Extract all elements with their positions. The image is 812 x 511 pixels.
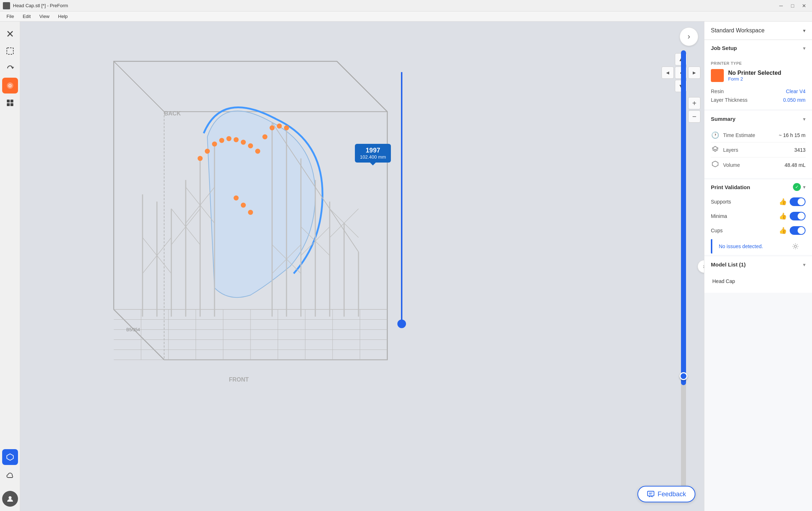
layer-slider-thumb[interactable] [680,372,687,380]
cups-controls: 👍 [779,226,806,235]
printer-name: No Printer Selected [728,70,781,76]
time-estimate-row: 🕐 Time Estimate ~ 16 h 15 m [711,128,806,142]
layer-slider-container [681,50,686,497]
layers-left: Layers [711,145,738,154]
svg-point-66 [262,134,267,140]
svg-point-62 [234,137,239,142]
list-item[interactable]: Head Cap [711,275,806,287]
layer-slider-fill [681,50,686,385]
job-setup-header[interactable]: Job Setup ▾ [704,40,812,56]
minima-label: Minima [711,213,727,219]
svg-point-63 [241,140,246,145]
select-tool-button[interactable] [2,26,18,42]
volume-left: Volume [711,160,740,169]
supports-label: Supports [711,199,731,205]
viewport-top-controls: › [680,27,698,46]
rotate-tool-button[interactable] [2,60,18,76]
window-title: Head Cap.stl [*] - PreForm [13,3,68,8]
workspace-header[interactable]: Standard Workspace ▾ [704,22,812,40]
clock-icon: 🕐 [711,131,719,139]
svg-point-59 [212,142,217,147]
validation-chevron-icon: ▾ [803,184,806,190]
nav-left-button[interactable]: ◄ [662,67,674,79]
menu-file[interactable]: File [3,12,18,20]
close-button[interactable]: ✕ [799,2,809,10]
svg-text:B5/354: B5/354 [126,327,140,332]
left-toolbar: ⚙ [0,22,20,511]
check-circle-icon: ✓ [793,183,801,191]
supports-controls: 👍 [779,197,806,206]
resin-row: Resin Clear V4 [711,87,806,96]
measurement-unit: 102.400 mm [360,154,386,160]
title-bar: Head Cap.stl [*] - PreForm ─ □ ✕ [0,0,812,12]
layer-thickness-value[interactable]: 0.050 mm [783,97,806,103]
layer-thickness-row: Layer Thickness 0.050 mm [711,96,806,104]
rect-select-tool-button[interactable] [2,43,18,59]
model-list-content: Head Cap [704,273,812,293]
layers-icon [711,145,719,154]
summary-section: Summary ▾ 🕐 Time Estimate ~ 16 h 15 m [704,111,812,178]
supports-tool-button[interactable]: ⚙ [2,78,18,93]
3d-view-button[interactable] [2,449,18,465]
summary-header[interactable]: Summary ▾ [704,111,812,127]
printer-row[interactable]: No Printer Selected Form 2 [711,69,806,82]
model-list-chevron-icon: ▾ [803,262,806,268]
minima-thumbup-icon: 👍 [779,212,787,220]
expand-viewport-button[interactable]: › [680,27,698,46]
summary-content: 🕐 Time Estimate ~ 16 h 15 m Layers [704,127,812,178]
printer-model: Form 2 [728,76,781,82]
svg-point-81 [794,245,797,247]
user-avatar-button[interactable] [2,491,18,507]
workspace-title: Standard Workspace [711,27,764,34]
cups-label: Cups [711,228,723,233]
menu-help[interactable]: Help [54,12,71,20]
resin-value[interactable]: Clear V4 [786,88,806,94]
title-bar-left: Head Cap.stl [*] - PreForm [3,2,68,9]
time-estimate-label: Time Estimate [723,132,755,138]
settings-icon[interactable] [792,243,799,250]
supports-row: Supports 👍 [704,195,812,209]
svg-point-64 [248,143,253,149]
supports-toggle[interactable] [790,197,806,206]
svg-point-68 [277,124,282,129]
app-icon [3,2,10,9]
svg-point-58 [205,149,210,154]
svg-point-70 [234,196,239,201]
zoom-in-button[interactable]: + [688,97,700,109]
svg-point-65 [255,149,260,154]
printer-type-label: PRINTER TYPE [711,61,806,65]
model-list-header[interactable]: Model List (1) ▾ [704,256,812,273]
time-estimate-value: ~ 16 h 15 m [779,132,806,138]
print-validation-header[interactable]: Print Validation ✓ ▾ [704,179,812,195]
scene-svg: B5/354 FRONT BACK [20,22,704,511]
viewport[interactable]: B5/354 FRONT BACK 1997 102.400 mm › › ▲ … [20,22,704,511]
menu-bar: File Edit View Help [0,12,812,22]
svg-rect-7 [7,103,10,106]
no-issues-row: No issues detected. [711,239,806,254]
svg-rect-2 [7,48,13,54]
nav-right-button[interactable]: ► [688,67,700,79]
menu-edit[interactable]: Edit [19,12,34,20]
window-controls: ─ □ ✕ [776,2,809,10]
volume-value: 48.48 mL [785,162,806,168]
cups-toggle[interactable] [790,226,806,235]
printer-icon [711,69,724,82]
layer-slider-track[interactable] [681,50,686,497]
layout-tool-button[interactable] [2,95,18,111]
job-setup-content: PRINTER TYPE No Printer Selected Form 2 … [704,56,812,109]
zoom-controls: + − [688,97,700,123]
zoom-out-button[interactable]: − [688,110,700,123]
maximize-button[interactable]: □ [788,2,798,10]
cups-row: Cups 👍 [704,223,812,238]
menu-view[interactable]: View [36,12,53,20]
svg-point-57 [198,156,203,161]
minimize-button[interactable]: ─ [776,2,786,10]
summary-chevron-icon: ▾ [803,116,806,122]
svg-point-61 [226,136,231,141]
feedback-button[interactable]: Feedback [637,486,695,502]
volume-icon [711,160,719,169]
minima-toggle[interactable] [790,212,806,220]
cloud-button[interactable] [2,468,18,484]
validation-check: ✓ ▾ [793,183,806,191]
svg-point-67 [270,126,275,131]
